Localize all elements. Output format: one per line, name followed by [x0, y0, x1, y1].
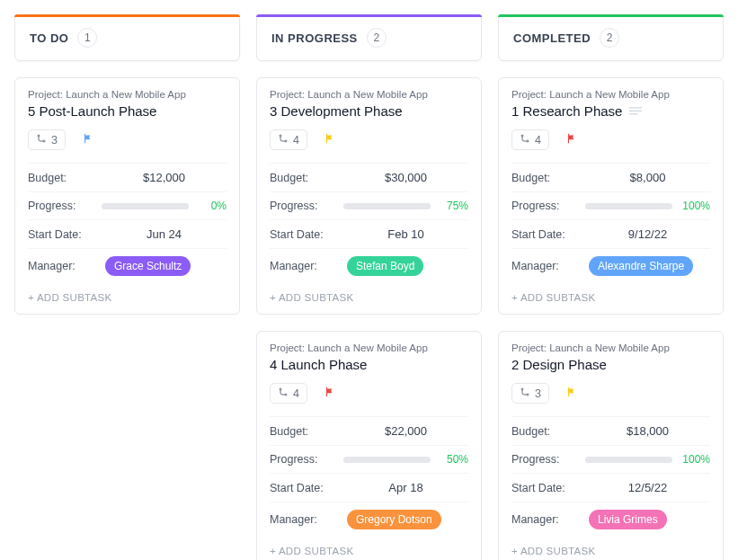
subtask-count: 3: [51, 134, 58, 147]
add-subtask-button[interactable]: + ADD SUBTASK: [511, 283, 710, 305]
flag-icon[interactable]: [324, 132, 336, 148]
column-header[interactable]: COMPLETED2: [498, 14, 724, 61]
subtask-icon: [278, 387, 289, 400]
svg-point-9: [521, 135, 523, 137]
progress-label: Progress:: [270, 453, 343, 466]
manager-label: Manager:: [270, 513, 343, 526]
project-label: Project: Launch a New Mobile App: [270, 89, 468, 100]
subtask-count: 4: [535, 134, 541, 147]
column-title: IN PROGRESS: [271, 31, 358, 45]
subtask-count-pill[interactable]: 4: [270, 129, 307, 150]
column-to-do: TO DO1Project: Launch a New Mobile App5 …: [14, 14, 240, 560]
budget-label: Budget:: [270, 172, 343, 184]
manager-chip[interactable]: Livia Grimes: [589, 510, 667, 529]
progress-bar[interactable]: [585, 457, 672, 463]
progress-label: Progress:: [270, 200, 343, 212]
budget-label: Budget:: [28, 172, 102, 184]
progress-percent: 75%: [438, 200, 468, 212]
task-card[interactable]: Project: Launch a New Mobile App5 Post-L…: [14, 77, 240, 315]
column-count-badge: 2: [600, 28, 619, 48]
task-title: 2 Design Phase: [511, 357, 710, 372]
task-card[interactable]: Project: Launch a New Mobile App3 Develo…: [256, 77, 482, 315]
task-title: 3 Development Phase: [270, 103, 468, 119]
subtask-count-pill[interactable]: 4: [511, 129, 549, 150]
task-card[interactable]: Project: Launch a New Mobile App2 Design…: [498, 331, 724, 560]
svg-point-0: [38, 135, 40, 137]
task-card[interactable]: Project: Launch a New Mobile App4 Launch…: [256, 331, 482, 560]
flag-icon[interactable]: [324, 386, 336, 402]
subtask-count: 4: [293, 134, 299, 147]
start-date-value[interactable]: 9/12/22: [585, 227, 710, 241]
budget-label: Budget:: [270, 425, 343, 438]
budget-value[interactable]: $8,000: [585, 171, 710, 184]
budget-label: Budget:: [511, 172, 585, 184]
flag-icon[interactable]: [565, 132, 578, 148]
progress-label: Progress:: [511, 453, 585, 466]
budget-value[interactable]: $22,000: [343, 424, 468, 438]
start-date-label: Start Date:: [270, 228, 343, 241]
manager-chip[interactable]: Gregory Dotson: [347, 510, 441, 529]
svg-point-2: [280, 135, 281, 137]
progress-bar[interactable]: [343, 457, 431, 463]
column-header[interactable]: IN PROGRESS2: [256, 14, 482, 61]
add-subtask-button[interactable]: + ADD SUBTASK: [270, 283, 468, 305]
svg-rect-6: [629, 107, 642, 108]
manager-chip[interactable]: Stefan Boyd: [347, 256, 423, 276]
svg-point-4: [280, 388, 281, 390]
manager-label: Manager:: [511, 260, 585, 272]
column-title: TO DO: [30, 31, 68, 45]
start-date-value[interactable]: 12/5/22: [585, 481, 710, 494]
manager-label: Manager:: [28, 260, 102, 272]
project-label: Project: Launch a New Mobile App: [511, 342, 710, 353]
budget-value[interactable]: $18,000: [585, 424, 710, 438]
project-label: Project: Launch a New Mobile App: [28, 89, 227, 100]
progress-label: Progress:: [28, 200, 102, 212]
project-label: Project: Launch a New Mobile App: [511, 89, 710, 100]
task-title-text: 4 Launch Phase: [270, 357, 367, 372]
progress-bar[interactable]: [102, 203, 189, 209]
column-in-progress: IN PROGRESS2Project: Launch a New Mobile…: [256, 14, 482, 560]
flag-icon[interactable]: [82, 132, 94, 148]
progress-percent: 0%: [196, 200, 227, 212]
task-card[interactable]: Project: Launch a New Mobile App1 Resear…: [498, 77, 724, 315]
column-title: COMPLETED: [513, 31, 591, 45]
svg-rect-7: [629, 110, 642, 111]
task-title-text: 5 Post-Launch Phase: [28, 103, 156, 119]
column-header[interactable]: TO DO1: [14, 14, 240, 61]
subtask-count-pill[interactable]: 4: [270, 383, 307, 404]
description-icon: [629, 107, 642, 116]
task-title-text: 3 Development Phase: [270, 103, 403, 119]
start-date-value[interactable]: Jun 24: [102, 227, 227, 241]
task-title: 1 Research Phase: [511, 103, 710, 119]
task-title: 5 Post-Launch Phase: [28, 103, 227, 119]
start-date-label: Start Date:: [511, 228, 585, 241]
manager-chip[interactable]: Alexandre Sharpe: [589, 256, 693, 276]
progress-bar[interactable]: [585, 203, 672, 209]
task-title-text: 2 Design Phase: [511, 357, 607, 372]
progress-bar[interactable]: [343, 203, 431, 209]
budget-value[interactable]: $30,000: [343, 171, 468, 184]
flag-icon[interactable]: [565, 386, 578, 402]
add-subtask-button[interactable]: + ADD SUBTASK: [270, 537, 468, 558]
manager-chip[interactable]: Grace Schultz: [105, 256, 191, 276]
add-subtask-button[interactable]: + ADD SUBTASK: [511, 537, 710, 558]
subtask-count: 4: [293, 387, 299, 400]
column-completed: COMPLETED2Project: Launch a New Mobile A…: [498, 14, 724, 560]
task-title: 4 Launch Phase: [270, 357, 468, 372]
add-subtask-button[interactable]: + ADD SUBTASK: [28, 283, 227, 305]
progress-label: Progress:: [511, 200, 585, 212]
subtask-count-pill[interactable]: 3: [28, 129, 66, 150]
budget-value[interactable]: $12,000: [102, 171, 227, 184]
start-date-value[interactable]: Apr 18: [343, 481, 468, 494]
svg-point-5: [285, 394, 287, 396]
subtask-count: 3: [535, 387, 541, 400]
manager-label: Manager:: [270, 260, 343, 272]
start-date-value[interactable]: Feb 10: [343, 227, 468, 241]
project-label: Project: Launch a New Mobile App: [270, 342, 468, 353]
subtask-count-pill[interactable]: 3: [511, 383, 549, 404]
task-title-text: 1 Research Phase: [511, 103, 622, 119]
manager-label: Manager:: [511, 513, 585, 526]
svg-point-1: [43, 140, 45, 142]
svg-point-11: [521, 388, 523, 390]
column-count-badge: 2: [367, 28, 387, 48]
